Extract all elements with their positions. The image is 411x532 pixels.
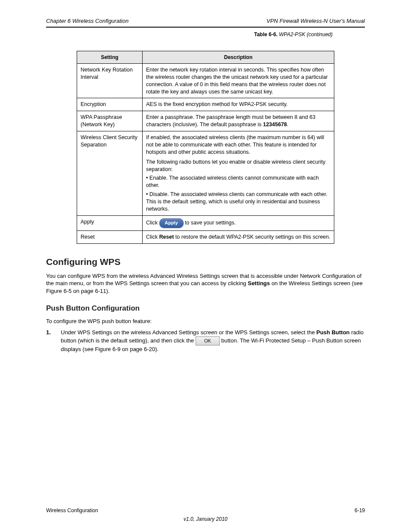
desc-b2: • Disable. The associated wireless clien…: [146, 191, 330, 213]
table-row: Reset Click Reset to restore the default…: [77, 230, 334, 243]
step-1: 1. Under WPS Settings on the wireless Ad…: [46, 329, 365, 353]
table-row: Apply Click Apply to save your settings.: [77, 215, 334, 230]
row-label: Encryption: [77, 98, 143, 111]
desc-p2: The following radio buttons let you enab…: [146, 159, 330, 173]
table-row: WPA Passphrase (Network Key) Enter a pas…: [77, 111, 334, 131]
table-row: Encryption AES is the fixed encryption m…: [77, 98, 334, 111]
row-desc: AES is the fixed encryption method for W…: [143, 98, 334, 111]
table-row: Wireless Client Security Separation If e…: [77, 131, 334, 216]
row-label: Wireless Client Security Separation: [77, 131, 143, 216]
settings-table: Setting Description Network Key Rotation…: [77, 51, 334, 244]
desc-pre: Click: [146, 220, 159, 226]
desc-pre: Click: [146, 234, 159, 240]
row-desc: Enter a passphrase. The passphrase lengt…: [143, 111, 334, 131]
ok-button[interactable]: OK: [196, 336, 220, 346]
para-wps-intro: You can configure WPS from the wireless …: [46, 272, 365, 295]
header-chapter: Chapter 6 Wireless Configuration: [46, 17, 128, 25]
desc-b1: • Enable. The associated wireless client…: [146, 174, 330, 189]
step-pre: Under WPS Settings on the wireless Advan…: [61, 329, 316, 336]
heading-push-button: Push Button Configuration: [46, 304, 365, 314]
row-desc: Enter the network key rotation interval …: [143, 63, 334, 98]
para-pb-intro: To configure the WPS push button feature…: [46, 317, 365, 325]
table-header-row: Setting Description: [77, 51, 334, 63]
row-desc: If enabled, the associated wireless clie…: [143, 131, 334, 216]
col-setting: Setting: [77, 51, 143, 63]
desc-p1: If enabled, the associated wireless clie…: [146, 134, 330, 156]
heading-configure-wps: Configuring WPS: [46, 256, 365, 268]
p1-bold: Settings: [248, 280, 270, 286]
footer-right: 6-19: [355, 507, 365, 514]
desc-bold: 12345678: [263, 121, 287, 128]
footer-left: Wireless Configuration: [46, 507, 98, 514]
row-label: Network Key Rotation Interval: [77, 63, 143, 98]
desc-pre: Enter a passphrase. The passphrase lengt…: [146, 114, 315, 128]
table-caption: Table 6-6. WPA2-PSK (continued): [77, 31, 334, 38]
table-caption-num: Table 6-6.: [254, 31, 277, 37]
step-bold: Push Button: [316, 329, 349, 336]
row-label: Reset: [77, 230, 143, 243]
page-footer: Wireless Configuration 6-19: [46, 507, 365, 514]
row-desc: Click Reset to restore the default WPA2-…: [143, 230, 334, 243]
table-row: Network Key Rotation Interval Enter the …: [77, 63, 334, 98]
row-label: WPA Passphrase (Network Key): [77, 111, 143, 131]
table-caption-title: WPA2-PSK (continued): [279, 31, 333, 37]
desc-post: to save your settings.: [185, 220, 236, 226]
step-number: 1.: [46, 329, 61, 353]
desc-post: to restore the default WPA2-PSK security…: [174, 234, 330, 240]
footer-version: v1.0, January 2010: [46, 516, 365, 523]
desc-post: .: [287, 121, 288, 128]
desc-bold: Reset: [159, 234, 174, 240]
apply-button[interactable]: Apply: [159, 218, 184, 228]
row-label: Apply: [77, 215, 143, 230]
row-desc: Click Apply to save your settings.: [143, 215, 334, 230]
header-manual: VPN Firewall Wireless-N User's Manual: [267, 17, 365, 25]
step-text: Under WPS Settings on the wireless Advan…: [61, 329, 365, 353]
col-description: Description: [143, 51, 334, 63]
header-rule: [46, 27, 365, 28]
